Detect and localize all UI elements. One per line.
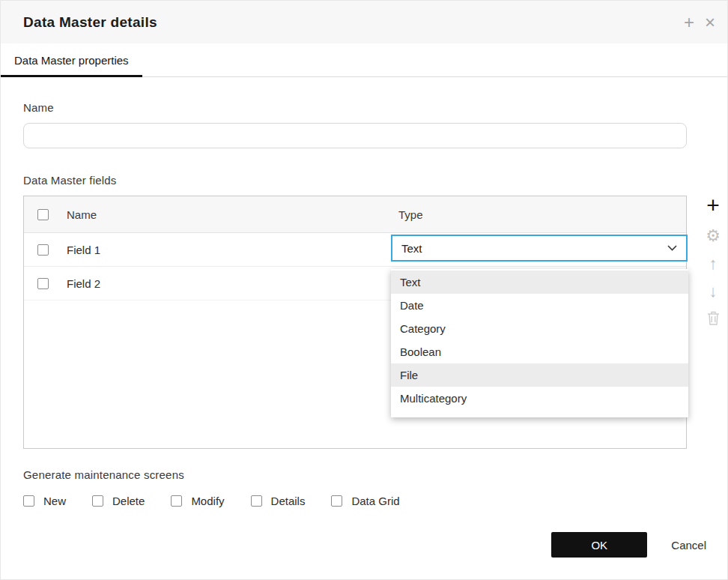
- checkbox-label: New: [43, 495, 66, 507]
- checkbox-data-grid[interactable]: [331, 495, 342, 507]
- dialog-header: Data Master details + ×: [1, 1, 727, 43]
- maximize-icon[interactable]: +: [684, 13, 694, 31]
- dropdown-option[interactable]: Multicategory: [391, 387, 688, 410]
- chevron-down-icon: [667, 245, 677, 251]
- close-icon[interactable]: ×: [705, 13, 715, 31]
- fields-table: Name Type Field 1 Field 2 Text: [23, 196, 687, 449]
- dropdown-option[interactable]: Category: [391, 317, 688, 340]
- checkbox-label: Modify: [191, 495, 224, 507]
- data-master-dialog: Data Master details + × Data Master prop…: [0, 0, 728, 580]
- add-field-icon[interactable]: +: [706, 194, 720, 217]
- move-up-icon[interactable]: ↑: [709, 256, 718, 272]
- dialog-body: Name Data Master fields Name Type Field …: [1, 77, 727, 558]
- checkbox-details[interactable]: [251, 495, 262, 507]
- row-checkbox[interactable]: [37, 244, 49, 256]
- dialog-title: Data Master details: [23, 14, 157, 31]
- type-select[interactable]: Text: [391, 235, 688, 262]
- checkbox-new[interactable]: [23, 495, 34, 507]
- maintenance-option-delete[interactable]: Delete: [92, 495, 145, 507]
- maintenance-option-details[interactable]: Details: [251, 495, 306, 507]
- dialog-footer: OK Cancel: [23, 532, 706, 558]
- maintenance-label: Generate maintenance screens: [23, 468, 705, 481]
- dropdown-option[interactable]: File: [391, 363, 688, 387]
- maintenance-options: New Delete Modify Details Data Grid: [23, 495, 705, 507]
- row-checkbox[interactable]: [37, 278, 49, 289]
- select-all-checkbox[interactable]: [37, 209, 49, 220]
- maintenance-option-new[interactable]: New: [23, 495, 66, 507]
- field-name: Field 1: [67, 244, 100, 256]
- dropdown-option[interactable]: Date: [391, 294, 688, 317]
- maintenance-option-modify[interactable]: Modify: [171, 495, 224, 507]
- move-down-icon[interactable]: ↓: [709, 283, 718, 300]
- trash-icon[interactable]: [707, 311, 720, 325]
- name-label: Name: [23, 101, 705, 114]
- name-input[interactable]: [23, 123, 687, 148]
- dropdown-option[interactable]: Boolean: [391, 340, 688, 363]
- checkbox-label: Data Grid: [351, 495, 399, 507]
- cancel-button[interactable]: Cancel: [671, 539, 706, 552]
- maintenance-option-data-grid[interactable]: Data Grid: [331, 495, 399, 507]
- checkbox-label: Details: [271, 495, 306, 507]
- type-select-value: Text: [401, 242, 422, 255]
- header-icons: + ×: [684, 13, 715, 31]
- column-header-type: Type: [398, 208, 423, 221]
- dropdown-option[interactable]: Text: [391, 271, 688, 294]
- table-header: Name Type: [24, 196, 686, 233]
- fields-area: Name Type Field 1 Field 2 Text: [23, 196, 728, 449]
- fields-label: Data Master fields: [23, 174, 705, 187]
- type-dropdown-list: Text Date Category Boolean File Multicat…: [391, 269, 688, 417]
- fields-toolbar: + ⚙ ↑ ↓: [697, 196, 728, 325]
- checkbox-modify[interactable]: [171, 495, 182, 507]
- tab-data-master-properties[interactable]: Data Master properties: [1, 43, 142, 76]
- checkbox-delete[interactable]: [92, 495, 103, 507]
- column-header-name: Name: [67, 208, 97, 221]
- tab-bar: Data Master properties: [1, 43, 727, 77]
- field-name: Field 2: [67, 277, 100, 290]
- ok-button[interactable]: OK: [551, 532, 647, 558]
- gear-icon[interactable]: ⚙: [706, 228, 721, 244]
- checkbox-label: Delete: [112, 495, 145, 507]
